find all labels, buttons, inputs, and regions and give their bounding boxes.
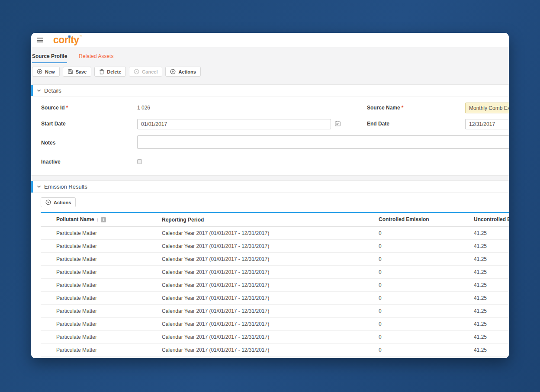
- cell-reporting-period: Calendar Year 2017 (01/01/2017 - 12/31/2…: [162, 269, 379, 275]
- section-accent-bar: [31, 85, 33, 96]
- cell-controlled-emission: 0: [379, 334, 474, 340]
- plus-circle-icon: [37, 69, 42, 74]
- cell-controlled-emission: 0: [379, 308, 474, 314]
- cell-uncontrolled-emission: 41.25: [474, 282, 509, 288]
- required-marker: *: [66, 105, 68, 111]
- table-row[interactable]: Particulate Matter Calendar Year 2017 (0…: [41, 266, 509, 279]
- end-date-label: End Date: [367, 121, 389, 127]
- play-circle-icon: [45, 199, 51, 205]
- cell-pollutant-name: Particulate Matter: [56, 230, 162, 236]
- logo-trademark: ™: [80, 35, 83, 38]
- table-row[interactable]: Particulate Matter Calendar Year 2017 (0…: [41, 344, 509, 357]
- app-header: cority™: [31, 33, 509, 47]
- details-section-header[interactable]: Details: [31, 85, 509, 96]
- emission-results-table: Pollutant Name ↑ 1 Reporting Period Cont…: [41, 212, 509, 357]
- cell-reporting-period: Calendar Year 2017 (01/01/2017 - 12/31/2…: [162, 282, 379, 288]
- cell-reporting-period: Calendar Year 2017 (01/01/2017 - 12/31/2…: [162, 256, 379, 262]
- chevron-down-icon: [37, 185, 41, 188]
- toolbar: New Save Delete Cancel Actions: [32, 67, 509, 77]
- cell-pollutant-name: Particulate Matter: [56, 269, 162, 275]
- tab-bar: Source Profile Related Assets: [32, 47, 509, 63]
- delete-button-label: Delete: [107, 69, 121, 74]
- column-header-reporting-period[interactable]: Reporting Period: [162, 217, 379, 223]
- cell-uncontrolled-emission: 41.25: [474, 334, 509, 340]
- cell-controlled-emission: 0: [379, 269, 474, 275]
- cell-reporting-period: Calendar Year 2017 (01/01/2017 - 12/31/2…: [162, 243, 379, 249]
- emission-results-body: Actions Pollutant Name ↑ 1 Reporting Per…: [31, 193, 509, 358]
- table-row[interactable]: Particulate Matter Calendar Year 2017 (0…: [41, 331, 509, 344]
- end-date-input[interactable]: [465, 119, 509, 129]
- inactive-checkbox[interactable]: [137, 159, 142, 164]
- table-row[interactable]: Particulate Matter Calendar Year 2017 (0…: [41, 253, 509, 266]
- cell-pollutant-name: Particulate Matter: [56, 347, 162, 353]
- cell-pollutant-name: Particulate Matter: [56, 321, 162, 327]
- source-name-input[interactable]: [465, 103, 509, 113]
- start-date-input[interactable]: [137, 119, 331, 129]
- cell-uncontrolled-emission: 41.25: [474, 269, 509, 275]
- tab-toolbar-zone: Source Profile Related Assets New Save D…: [31, 47, 509, 85]
- floppy-disk-icon: [68, 69, 73, 74]
- cell-uncontrolled-emission: 41.25: [474, 256, 509, 262]
- cell-pollutant-name: Particulate Matter: [56, 295, 162, 301]
- calendar-icon[interactable]: [334, 120, 341, 127]
- trash-icon: [99, 69, 104, 74]
- cell-uncontrolled-emission: 41.25: [474, 308, 509, 314]
- cell-controlled-emission: 0: [379, 282, 474, 288]
- emission-actions-button[interactable]: Actions: [41, 197, 76, 207]
- source-id-label: Source Id*: [41, 105, 68, 111]
- notes-input[interactable]: [137, 135, 509, 149]
- table-row[interactable]: Particulate Matter Calendar Year 2017 (0…: [41, 305, 509, 318]
- cell-controlled-emission: 0: [379, 230, 474, 236]
- table-row[interactable]: Particulate Matter Calendar Year 2017 (0…: [41, 292, 509, 305]
- save-button-label: Save: [76, 69, 87, 74]
- details-section-title: Details: [44, 87, 61, 94]
- cell-reporting-period: Calendar Year 2017 (01/01/2017 - 12/31/2…: [162, 230, 379, 236]
- cell-pollutant-name: Particulate Matter: [56, 308, 162, 314]
- inactive-label: Inactive: [41, 159, 61, 165]
- start-date-label: Start Date: [41, 121, 66, 127]
- sort-order-badge: 1: [101, 217, 106, 222]
- cell-controlled-emission: 0: [379, 321, 474, 327]
- table-header-row: Pollutant Name ↑ 1 Reporting Period Cont…: [41, 213, 509, 227]
- cell-reporting-period: Calendar Year 2017 (01/01/2017 - 12/31/2…: [162, 308, 379, 314]
- cority-logo: cority™: [53, 35, 82, 45]
- cell-reporting-period: Calendar Year 2017 (01/01/2017 - 12/31/2…: [162, 321, 379, 327]
- cell-pollutant-name: Particulate Matter: [56, 256, 162, 262]
- section-divider: [31, 175, 509, 181]
- section-accent-bar: [31, 181, 33, 193]
- required-marker: *: [402, 105, 404, 111]
- cell-pollutant-name: Particulate Matter: [56, 243, 162, 249]
- emission-actions-button-label: Actions: [54, 200, 71, 205]
- actions-button[interactable]: Actions: [165, 67, 200, 77]
- cell-pollutant-name: Particulate Matter: [56, 334, 162, 340]
- emission-results-section-header[interactable]: Emission Results: [31, 181, 509, 193]
- save-button[interactable]: Save: [63, 67, 92, 77]
- delete-button[interactable]: Delete: [94, 67, 126, 77]
- table-row[interactable]: Particulate Matter Calendar Year 2017 (0…: [41, 240, 509, 253]
- sort-asc-icon: ↑: [96, 217, 99, 223]
- column-header-controlled-emission[interactable]: Controlled Emission: [379, 216, 474, 223]
- cell-reporting-period: Calendar Year 2017 (01/01/2017 - 12/31/2…: [162, 334, 379, 340]
- cancel-button-label: Cancel: [142, 69, 158, 74]
- cell-uncontrolled-emission: 41.25: [474, 243, 509, 249]
- table-row[interactable]: Particulate Matter Calendar Year 2017 (0…: [41, 318, 509, 331]
- column-header-uncontrolled-emission[interactable]: Uncontrolled Em: [474, 216, 509, 223]
- cancel-button[interactable]: Cancel: [129, 67, 162, 77]
- source-name-label: Source Name*: [367, 105, 403, 111]
- tab-source-profile[interactable]: Source Profile: [32, 53, 67, 63]
- new-button[interactable]: New: [32, 67, 60, 77]
- cell-uncontrolled-emission: 41.25: [474, 347, 509, 353]
- menu-icon[interactable]: [37, 38, 43, 42]
- main-window: cority™ Source Profile Related Assets Ne…: [31, 33, 509, 358]
- cell-controlled-emission: 0: [379, 243, 474, 249]
- x-circle-icon: [134, 69, 139, 74]
- table-row[interactable]: Particulate Matter Calendar Year 2017 (0…: [41, 279, 509, 292]
- logo-text: cority: [53, 34, 79, 45]
- column-header-pollutant-name[interactable]: Pollutant Name ↑ 1: [56, 216, 162, 223]
- chevron-down-icon: [37, 89, 41, 92]
- table-row[interactable]: Particulate Matter Calendar Year 2017 (0…: [41, 227, 509, 240]
- source-id-value: 1 026: [137, 105, 150, 111]
- new-button-label: New: [45, 69, 55, 74]
- cell-uncontrolled-emission: 41.25: [474, 230, 509, 236]
- tab-related-assets[interactable]: Related Assets: [79, 53, 113, 63]
